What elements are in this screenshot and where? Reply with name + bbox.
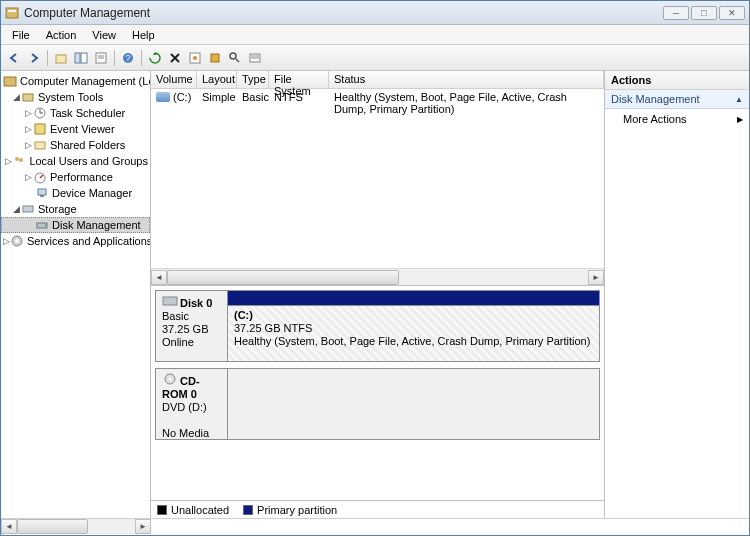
actions-more[interactable]: More Actions▶ [605, 109, 749, 129]
show-hide-tree-button[interactable] [72, 49, 90, 67]
refresh-icon[interactable] [146, 49, 164, 67]
menu-help[interactable]: Help [125, 27, 162, 43]
svg-point-26 [19, 158, 23, 162]
properties-button[interactable] [92, 49, 110, 67]
actions-section-label: Disk Management [611, 93, 700, 105]
app-icon [5, 6, 19, 20]
scroll-right-button[interactable]: ► [588, 270, 604, 285]
legend-primary: Primary partition [257, 504, 337, 516]
find-icon[interactable] [226, 49, 244, 67]
minimize-button[interactable]: ─ [663, 6, 689, 20]
vol-label: (C:) [234, 309, 253, 321]
legend-primary-swatch [243, 505, 253, 515]
col-type[interactable]: Type [237, 71, 269, 88]
disk-type: Basic [162, 310, 189, 322]
actions-more-label: More Actions [623, 113, 687, 125]
disk0-volume[interactable]: (C:) 37.25 GB NTFS Healthy (System, Boot… [228, 291, 599, 361]
tree-event-viewer[interactable]: ▷Event Viewer [1, 121, 150, 137]
tree-disk-management[interactable]: Disk Management [1, 217, 150, 233]
tree-label: Services and Applications [27, 235, 151, 247]
legend: Unallocated Primary partition [151, 500, 604, 518]
tree-scroll-right[interactable]: ► [135, 519, 151, 534]
volume-hscroll[interactable]: ◄ ► [151, 268, 604, 285]
svg-line-14 [236, 59, 239, 62]
tree-task-scheduler[interactable]: ▷Task Scheduler [1, 105, 150, 121]
actions-pane: Actions Disk Management▲ More Actions▶ [605, 71, 749, 518]
svg-rect-31 [23, 206, 33, 212]
svg-rect-12 [211, 54, 219, 62]
tree-system-tools[interactable]: ◢System Tools [1, 89, 150, 105]
svg-rect-19 [23, 94, 33, 101]
svg-point-25 [15, 157, 19, 161]
col-status[interactable]: Status [329, 71, 604, 88]
tree-scroll-left[interactable]: ◄ [1, 519, 17, 534]
menu-view[interactable]: View [85, 27, 123, 43]
legend-unallocated: Unallocated [171, 504, 229, 516]
tree-device-manager[interactable]: Device Manager [1, 185, 150, 201]
tree-label: Event Viewer [50, 123, 115, 135]
list-icon[interactable] [246, 49, 264, 67]
svg-rect-18 [4, 77, 16, 86]
tree-label: Local Users and Groups [29, 155, 148, 167]
chevron-right-icon: ▶ [737, 115, 743, 124]
up-button[interactable] [52, 49, 70, 67]
cdrom-type: DVD (D:) [162, 401, 207, 413]
tree-services-apps[interactable]: ▷Services and Applications [1, 233, 150, 249]
volume-row[interactable]: (C:) Simple Basic NTFS Healthy (System, … [151, 89, 604, 117]
svg-rect-1 [8, 10, 16, 12]
action-icon[interactable] [206, 49, 224, 67]
forward-button[interactable] [25, 49, 43, 67]
col-volume[interactable]: Volume [151, 71, 197, 88]
actions-section[interactable]: Disk Management▲ [605, 90, 749, 109]
tree-shared-folders[interactable]: ▷Shared Folders [1, 137, 150, 153]
back-button[interactable] [5, 49, 23, 67]
svg-rect-2 [56, 55, 66, 63]
tree-pane[interactable]: Computer Management (Local ◢System Tools… [1, 71, 151, 518]
menu-action[interactable]: Action [39, 27, 84, 43]
svg-point-33 [45, 224, 47, 226]
svg-point-11 [193, 56, 197, 60]
svg-rect-4 [81, 53, 87, 63]
volume-list-header: Volume Layout Type File System Status [151, 71, 604, 89]
tree-scroll-thumb[interactable] [17, 519, 88, 534]
tree-label: System Tools [38, 91, 103, 103]
disk-name: Disk 0 [180, 297, 212, 309]
cdrom-icon [162, 373, 178, 385]
col-filesystem[interactable]: File System [269, 71, 329, 88]
window-title: Computer Management [24, 6, 663, 20]
tree-local-users[interactable]: ▷Local Users and Groups [1, 153, 150, 169]
tree-storage[interactable]: ◢Storage [1, 201, 150, 217]
svg-rect-0 [6, 8, 18, 18]
maximize-button[interactable]: □ [691, 6, 717, 20]
volume-list[interactable]: Volume Layout Type File System Status (C… [151, 71, 604, 286]
drive-icon [156, 92, 170, 102]
tree-root[interactable]: Computer Management (Local [1, 73, 150, 89]
settings-icon[interactable] [186, 49, 204, 67]
scroll-thumb[interactable] [167, 270, 399, 285]
tree-label: Disk Management [52, 219, 141, 231]
menubar: File Action View Help [1, 25, 749, 45]
disk-row-disk0[interactable]: Disk 0 Basic 37.25 GB Online (C:) 37.25 … [155, 290, 600, 362]
vol-layout: Simple [197, 90, 237, 116]
delete-icon[interactable] [166, 49, 184, 67]
tree-label: Device Manager [52, 187, 132, 199]
close-button[interactable]: ✕ [719, 6, 745, 20]
tree-label: Task Scheduler [50, 107, 125, 119]
tree-hscroll[interactable]: ◄ ► [1, 518, 749, 535]
disk-state: Online [162, 336, 194, 348]
vol-status: Healthy (System, Boot, Page File, Active… [329, 90, 604, 116]
menu-file[interactable]: File [5, 27, 37, 43]
svg-rect-30 [40, 195, 44, 197]
help-button[interactable]: ? [119, 49, 137, 67]
collapse-icon: ▲ [735, 95, 743, 104]
legend-unallocated-swatch [157, 505, 167, 515]
disk-graphic-pane[interactable]: Disk 0 Basic 37.25 GB Online (C:) 37.25 … [151, 286, 604, 500]
disk-row-cdrom[interactable]: CD-ROM 0 DVD (D:) No Media [155, 368, 600, 440]
hard-disk-icon [162, 295, 178, 307]
vol-name: (C:) [173, 91, 191, 103]
disk-size: 37.25 GB [162, 323, 208, 335]
col-layout[interactable]: Layout [197, 71, 237, 88]
scroll-left-button[interactable]: ◄ [151, 270, 167, 285]
tree-performance[interactable]: ▷Performance [1, 169, 150, 185]
svg-rect-29 [38, 189, 46, 195]
